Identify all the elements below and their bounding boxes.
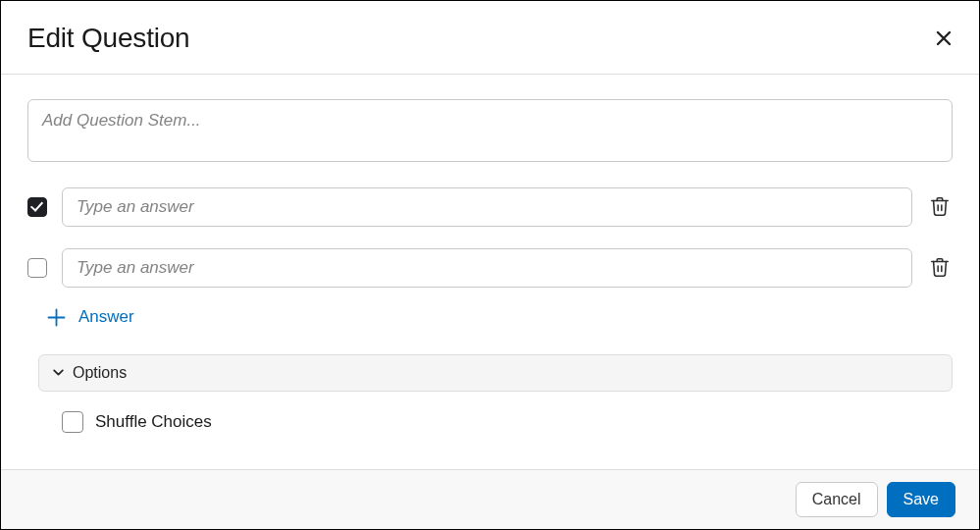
chevron-down-icon	[52, 366, 65, 379]
dialog-header: Edit Question	[1, 1, 979, 75]
answer-row	[27, 248, 953, 288]
dialog-title: Edit Question	[27, 23, 190, 54]
answers-list: Answer Options Shuffle Choices	[27, 187, 953, 433]
plus-icon	[47, 308, 66, 327]
close-icon	[936, 30, 952, 46]
correct-answer-checkbox[interactable]	[27, 197, 47, 217]
delete-answer-button[interactable]	[927, 254, 953, 283]
correct-answer-checkbox[interactable]	[27, 258, 47, 278]
shuffle-choices-checkbox[interactable]	[62, 411, 83, 433]
shuffle-choices-label: Shuffle Choices	[95, 412, 212, 432]
answer-input[interactable]	[62, 187, 912, 227]
add-answer-label: Answer	[78, 307, 134, 327]
options-header-label: Options	[73, 364, 127, 382]
add-answer-button[interactable]: Answer	[47, 307, 134, 327]
trash-icon	[929, 195, 951, 217]
answer-input[interactable]	[62, 248, 912, 288]
shuffle-choices-row[interactable]: Shuffle Choices	[62, 411, 953, 433]
question-stem-input[interactable]	[27, 99, 953, 162]
options-header[interactable]: Options	[38, 354, 953, 392]
correct-answer-checkbox-wrap	[27, 258, 47, 278]
dialog-body: Answer Options Shuffle Choices	[1, 75, 979, 469]
close-button[interactable]	[932, 26, 955, 50]
correct-answer-checkbox-wrap	[27, 197, 47, 217]
save-button[interactable]: Save	[887, 482, 955, 517]
edit-question-dialog: Edit Question	[1, 1, 979, 529]
delete-answer-button[interactable]	[927, 193, 953, 222]
trash-icon	[929, 256, 951, 278]
dialog-footer: Cancel Save	[1, 469, 979, 529]
answer-row	[27, 187, 953, 227]
cancel-button[interactable]: Cancel	[796, 482, 878, 517]
